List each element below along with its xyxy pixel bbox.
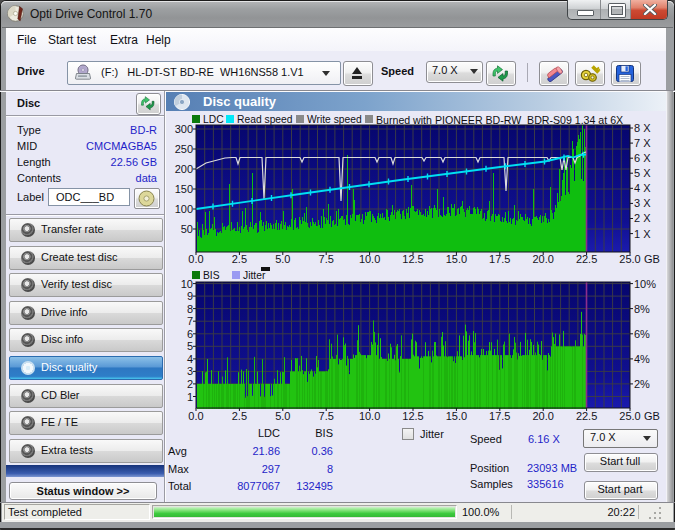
svg-text:300: 300	[175, 123, 193, 135]
svg-text:1: 1	[187, 391, 193, 403]
svg-text:25.0: 25.0	[619, 253, 640, 265]
svg-text:6: 6	[187, 328, 193, 340]
svg-text:7.5: 7.5	[319, 410, 334, 422]
svg-text:20.0: 20.0	[532, 410, 553, 422]
svg-text:22.5: 22.5	[576, 410, 597, 422]
svg-text:0.0: 0.0	[188, 253, 203, 265]
svg-text:25.0: 25.0	[619, 410, 640, 422]
svg-text:7 X: 7 X	[634, 137, 651, 149]
svg-text:7: 7	[187, 315, 193, 327]
svg-text:2.5: 2.5	[232, 253, 247, 265]
svg-text:GB: GB	[644, 253, 660, 265]
svg-text:0.0: 0.0	[188, 410, 203, 422]
svg-text:2.5: 2.5	[232, 410, 247, 422]
svg-text:4%: 4%	[634, 353, 650, 365]
svg-text:20.0: 20.0	[532, 253, 553, 265]
svg-text:50: 50	[181, 223, 193, 235]
svg-text:8: 8	[187, 303, 193, 315]
svg-text:6 X: 6 X	[634, 152, 651, 164]
svg-text:5 X: 5 X	[634, 167, 651, 179]
svg-text:3: 3	[187, 365, 193, 377]
svg-text:22.5: 22.5	[576, 253, 597, 265]
svg-text:12.5: 12.5	[402, 253, 423, 265]
svg-text:3 X: 3 X	[634, 197, 651, 209]
svg-text:10: 10	[181, 278, 193, 290]
svg-text:10.0: 10.0	[359, 410, 380, 422]
svg-text:250: 250	[175, 143, 193, 155]
svg-text:200: 200	[175, 163, 193, 175]
svg-text:2 X: 2 X	[634, 212, 651, 224]
svg-text:4: 4	[187, 353, 193, 365]
svg-text:10.0: 10.0	[359, 253, 380, 265]
svg-text:4 X: 4 X	[634, 182, 651, 194]
svg-text:15.0: 15.0	[446, 410, 467, 422]
svg-text:8 X: 8 X	[634, 122, 651, 134]
svg-text:7.5: 7.5	[319, 253, 334, 265]
svg-text:2: 2	[187, 378, 193, 390]
svg-text:150: 150	[175, 183, 193, 195]
svg-text:12.5: 12.5	[402, 410, 423, 422]
svg-text:17.5: 17.5	[489, 253, 510, 265]
svg-text:2%: 2%	[634, 378, 650, 390]
svg-text:9: 9	[187, 290, 193, 302]
svg-text:10%: 10%	[634, 278, 656, 290]
svg-text:5.0: 5.0	[275, 253, 290, 265]
svg-text:15.0: 15.0	[446, 253, 467, 265]
svg-text:5.0: 5.0	[275, 410, 290, 422]
svg-text:6%: 6%	[634, 328, 650, 340]
svg-text:GB: GB	[644, 410, 660, 422]
svg-text:5: 5	[187, 340, 193, 352]
svg-text:1 X: 1 X	[634, 228, 651, 240]
svg-text:17.5: 17.5	[489, 410, 510, 422]
svg-text:100: 100	[175, 203, 193, 215]
svg-text:8%: 8%	[634, 303, 650, 315]
